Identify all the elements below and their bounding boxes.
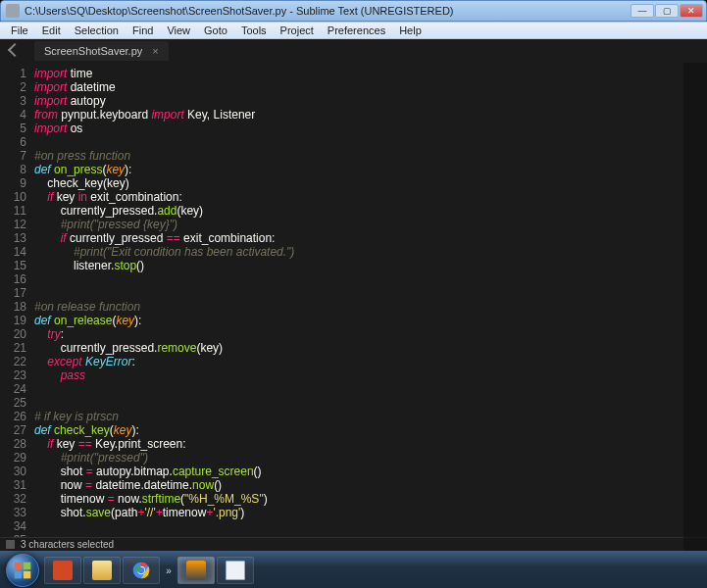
menu-goto[interactable]: Goto — [197, 24, 234, 37]
maximize-button[interactable]: ▢ — [655, 4, 679, 18]
powerpoint-icon — [53, 561, 73, 580]
start-button[interactable] — [2, 553, 43, 588]
menu-view[interactable]: View — [160, 24, 197, 37]
taskbar: » — [0, 551, 707, 588]
notepad-icon — [226, 561, 245, 580]
menu-file[interactable]: File — [4, 24, 35, 37]
menu-edit[interactable]: Edit — [35, 24, 68, 37]
windows-orb-icon — [6, 554, 39, 587]
window-controls: — ▢ ✕ — [631, 4, 703, 18]
status-icon — [6, 540, 15, 549]
tab-file[interactable]: ScreenShotSaver.py × — [34, 41, 169, 61]
window-titlebar: C:\Users\SQ\Desktop\Screenshot\ScreenSho… — [0, 0, 707, 22]
app-icon — [6, 4, 20, 18]
statusbar: 3 characters selected — [0, 537, 707, 551]
taskbar-chevrons-icon[interactable]: » — [161, 565, 177, 576]
window-title: C:\Users\SQ\Desktop\Screenshot\ScreenSho… — [25, 5, 631, 17]
svg-rect-2 — [15, 571, 23, 579]
status-text: 3 characters selected — [21, 539, 114, 550]
taskbar-item-notepad[interactable] — [217, 557, 254, 584]
svg-rect-0 — [15, 563, 23, 570]
menu-selection[interactable]: Selection — [68, 24, 126, 37]
folder-icon — [92, 561, 112, 580]
tab-row: ScreenShotSaver.py × — [0, 39, 707, 63]
taskbar-item-powerpoint[interactable] — [44, 557, 81, 584]
taskbar-item-chrome[interactable] — [123, 557, 160, 584]
line-gutter: 1234567891011121314151617181920212223242… — [0, 63, 34, 537]
menu-help[interactable]: Help — [392, 24, 429, 37]
taskbar-item-explorer[interactable] — [83, 557, 121, 584]
chrome-icon — [131, 561, 151, 580]
menubar: File Edit Selection Find View Goto Tools… — [0, 22, 707, 39]
taskbar-item-sublime[interactable] — [177, 557, 215, 584]
minimize-button[interactable]: — — [631, 4, 654, 18]
menu-project[interactable]: Project — [274, 24, 321, 37]
editor-area: ScreenShotSaver.py × 1234567891011121314… — [0, 39, 707, 551]
tab-close-icon[interactable]: × — [152, 45, 158, 57]
code-content[interactable]: import timeimport datetimeimport autopyf… — [34, 63, 707, 537]
tab-label: ScreenShotSaver.py — [44, 45, 142, 57]
svg-rect-3 — [24, 571, 31, 579]
close-button[interactable]: ✕ — [680, 4, 703, 18]
sublime-icon — [186, 561, 206, 580]
svg-rect-1 — [24, 563, 31, 570]
menu-preferences[interactable]: Preferences — [321, 24, 392, 37]
code-area[interactable]: 1234567891011121314151617181920212223242… — [0, 63, 707, 537]
menu-find[interactable]: Find — [126, 24, 160, 37]
menu-tools[interactable]: Tools — [234, 24, 274, 37]
minimap[interactable] — [683, 63, 707, 551]
